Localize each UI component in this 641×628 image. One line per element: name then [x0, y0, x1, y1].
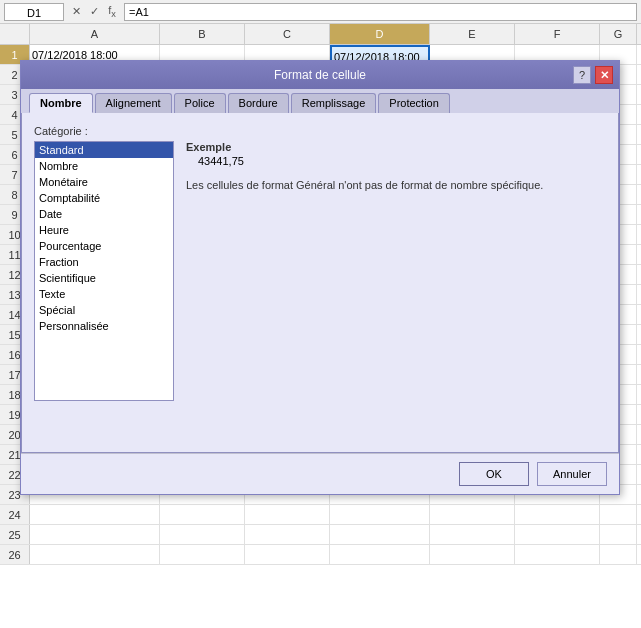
row-number: 24 — [0, 505, 30, 524]
table-row: 24 — [0, 505, 641, 525]
grid-cell[interactable] — [30, 505, 160, 524]
dialog-footer: OK Annuler — [21, 453, 619, 494]
category-item-texte[interactable]: Texte — [35, 286, 173, 302]
tab-nombre[interactable]: Nombre — [29, 93, 93, 113]
category-item-monetaire[interactable]: Monétaire — [35, 174, 173, 190]
category-label: Catégorie : — [34, 125, 606, 137]
format-cell-dialog: Format de cellule ? ✕ Nombre Alignement … — [20, 60, 620, 495]
category-item-heure[interactable]: Heure — [35, 222, 173, 238]
category-list[interactable]: Standard Nombre Monétaire Comptabilité D… — [34, 141, 174, 401]
col-header-g[interactable]: G — [600, 24, 637, 44]
tab-police[interactable]: Police — [174, 93, 226, 113]
dialog-close-button[interactable]: ✕ — [595, 66, 613, 84]
grid-cell[interactable] — [600, 505, 637, 524]
grid-cell[interactable] — [30, 525, 160, 544]
grid-cell[interactable] — [430, 545, 515, 564]
ok-button[interactable]: OK — [459, 462, 529, 486]
format-panel: Exemple 43441,75 Les cellules de format … — [186, 141, 606, 401]
description-text: Les cellules de format Général n'ont pas… — [186, 177, 606, 194]
function-icon[interactable]: fx — [104, 4, 120, 19]
category-item-fraction[interactable]: Fraction — [35, 254, 173, 270]
dialog-title: Format de cellule — [67, 68, 573, 82]
grid-cell[interactable] — [330, 525, 430, 544]
grid-cell[interactable] — [160, 545, 245, 564]
example-label: Exemple — [186, 141, 606, 153]
grid-cell[interactable] — [330, 545, 430, 564]
grid-cell[interactable] — [160, 525, 245, 544]
grid-cell[interactable] — [600, 545, 637, 564]
table-row: 25 — [0, 525, 641, 545]
dialog-title-buttons: ? ✕ — [573, 66, 613, 84]
table-row: 26 — [0, 545, 641, 565]
category-item-date[interactable]: Date — [35, 206, 173, 222]
category-item-pourcentage[interactable]: Pourcentage — [35, 238, 173, 254]
grid-cell[interactable] — [330, 505, 430, 524]
grid-headers: A B C D E F G — [0, 24, 641, 45]
example-section: Exemple 43441,75 — [186, 141, 606, 167]
grid-cell[interactable] — [515, 545, 600, 564]
formula-bar: D1 ✕ ✓ fx — [0, 0, 641, 24]
grid-cell[interactable] — [600, 525, 637, 544]
dialog-tabs: Nombre Alignement Police Bordure Remplis… — [21, 89, 619, 113]
grid-cell[interactable] — [245, 545, 330, 564]
col-header-a[interactable]: A — [30, 24, 160, 44]
tab-protection[interactable]: Protection — [378, 93, 450, 113]
col-header-b[interactable]: B — [160, 24, 245, 44]
cell-ref-box[interactable]: D1 — [4, 3, 64, 21]
grid-cell[interactable] — [245, 505, 330, 524]
formula-input[interactable] — [124, 3, 637, 21]
category-item-standard[interactable]: Standard — [35, 142, 173, 158]
col-header-d[interactable]: D — [330, 24, 430, 44]
col-header-f[interactable]: F — [515, 24, 600, 44]
col-header-e[interactable]: E — [430, 24, 515, 44]
category-item-nombre[interactable]: Nombre — [35, 158, 173, 174]
grid-cell[interactable] — [430, 525, 515, 544]
grid-cell[interactable] — [30, 545, 160, 564]
grid-cell[interactable] — [245, 525, 330, 544]
category-item-comptabilite[interactable]: Comptabilité — [35, 190, 173, 206]
confirm-icon[interactable]: ✓ — [86, 5, 102, 18]
tab-bordure[interactable]: Bordure — [228, 93, 289, 113]
row-number: 26 — [0, 545, 30, 564]
grid-cell[interactable] — [515, 525, 600, 544]
spreadsheet: D1 ✕ ✓ fx A B C D E F G 1 07/12/2018 18:… — [0, 0, 641, 628]
category-item-personnalisee[interactable]: Personnalisée — [35, 318, 173, 334]
category-item-special[interactable]: Spécial — [35, 302, 173, 318]
cancel-icon[interactable]: ✕ — [68, 5, 84, 18]
row-number: 25 — [0, 525, 30, 544]
col-header-c[interactable]: C — [245, 24, 330, 44]
dialog-content: Standard Nombre Monétaire Comptabilité D… — [34, 141, 606, 401]
dialog-titlebar: Format de cellule ? ✕ — [21, 61, 619, 89]
grid-cell[interactable] — [160, 505, 245, 524]
grid-cell[interactable] — [515, 505, 600, 524]
category-item-scientifique[interactable]: Scientifique — [35, 270, 173, 286]
formula-bar-icons: ✕ ✓ fx — [68, 4, 120, 19]
category-list-wrapper: Standard Nombre Monétaire Comptabilité D… — [34, 141, 174, 401]
dialog-help-button[interactable]: ? — [573, 66, 591, 84]
cancel-button[interactable]: Annuler — [537, 462, 607, 486]
dialog-body: Catégorie : Standard Nombre Monétaire Co… — [21, 113, 619, 453]
row-header-spacer — [0, 24, 30, 44]
tab-alignement[interactable]: Alignement — [95, 93, 172, 113]
example-value: 43441,75 — [198, 155, 606, 167]
tab-remplissage[interactable]: Remplissage — [291, 93, 377, 113]
grid-cell[interactable] — [430, 505, 515, 524]
